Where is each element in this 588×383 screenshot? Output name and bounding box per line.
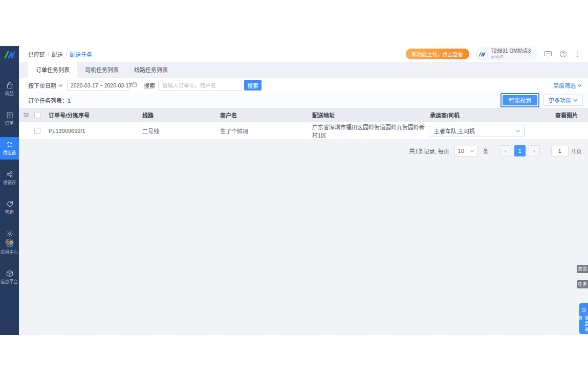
- marketing-icon: [6, 200, 14, 208]
- message-icon[interactable]: [544, 51, 552, 58]
- column-line: 线路: [142, 111, 220, 119]
- prev-page-button[interactable]: ‹: [500, 145, 511, 156]
- supply-chain-icon: [6, 141, 14, 149]
- column-address: 配送地址: [312, 111, 430, 119]
- column-merchant: 商户名: [220, 111, 312, 119]
- sidebar-item-orders[interactable]: 订单: [0, 107, 19, 130]
- column-images: 查看图片: [545, 111, 588, 119]
- column-order-no: 订单号/分拣序号: [49, 111, 142, 119]
- sidebar-item-info-platform[interactable]: 信息平台: [0, 266, 19, 288]
- tab-route-task-list[interactable]: 线路任务列表: [126, 61, 176, 78]
- pagination: 共1条记录, 每页 10 条 ‹ 1 › /1页: [19, 140, 588, 162]
- breadcrumb-delivery-task[interactable]: 配送任务: [70, 50, 92, 58]
- avatar: [476, 49, 488, 60]
- sidebar-item-label: 进销存: [3, 180, 16, 185]
- sidebar: 商品 订单 供应链: [0, 46, 19, 335]
- goods-icon: [6, 81, 14, 89]
- info-platform-icon: [6, 269, 14, 278]
- breadcrumb-delivery[interactable]: 配送: [52, 50, 63, 58]
- help-icon[interactable]: [559, 50, 567, 58]
- sidebar-item-marketing[interactable]: 营销: [0, 196, 19, 219]
- next-page-button[interactable]: ›: [529, 145, 540, 156]
- user-menu[interactable]: T29831 GM站点3 qmty3: [475, 47, 538, 61]
- breadcrumb-separator: /: [66, 51, 67, 57]
- sidebar-item-app-center[interactable]: 应用中心: [0, 236, 19, 259]
- chat-minimize-icon: [581, 305, 586, 314]
- merchant-cell: 生了个鲜珂: [220, 127, 312, 135]
- select-all-checkbox[interactable]: [34, 112, 40, 118]
- date-type-select[interactable]: 按下单日期: [28, 81, 63, 89]
- sidebar-item-label: 营销: [5, 210, 14, 215]
- sidebar-item-label: 应用中心: [1, 250, 18, 255]
- new-feature-badge[interactable]: 新功能上线，点击查看: [406, 49, 469, 59]
- address-cell: 广东省深圳市福田区园岭街道园岭九街园岭新村1区: [312, 123, 430, 139]
- sidebar-item-label: 商品: [5, 91, 14, 96]
- breadcrumb-supply-chain[interactable]: 供应链: [28, 50, 45, 58]
- search-label: 搜索: [144, 81, 155, 89]
- sidebar-item-label: 供应链: [3, 150, 16, 155]
- sidebar-item-label: 信息平台: [1, 279, 18, 284]
- order-no-cell: PL13909692/1: [49, 128, 142, 134]
- search-input[interactable]: [158, 80, 242, 91]
- tab-order-task-list[interactable]: 订单任务列表: [28, 61, 77, 78]
- smart-plan-highlight: 智能规划: [500, 93, 539, 107]
- overview-float-tab[interactable]: 总览: [577, 265, 588, 273]
- sidebar-item-goods[interactable]: 商品: [0, 78, 19, 100]
- user-account: qmty3: [491, 54, 531, 60]
- brand-logo-icon: [0, 46, 19, 63]
- app-center-icon: [6, 240, 14, 248]
- sidebar-item-inventory[interactable]: 进销存: [0, 167, 19, 189]
- tab-driver-task-list[interactable]: 司机任务列表: [77, 61, 126, 78]
- content-background: [19, 225, 588, 335]
- line-cell: 二号线: [142, 127, 220, 135]
- current-page-button[interactable]: 1: [514, 145, 526, 156]
- table-row: PL13909692/1 二号线 生了个鲜珂 广东省深圳市福田区园岭街道园岭九街…: [19, 122, 588, 140]
- service-float-tab[interactable]: 观麦服务: [579, 303, 588, 334]
- pagination-summary: 共1条记录, 每页: [409, 147, 449, 155]
- date-range-input[interactable]: 2020-03-17 ~ 2020-03-17: [67, 80, 129, 91]
- inventory-icon: [6, 170, 14, 178]
- per-page-select[interactable]: 10: [454, 146, 478, 156]
- filter-bar: 按下单日期 2020-03-17 ~ 2020-03-17 搜索 搜索 高级筛选: [19, 78, 588, 93]
- calendar-icon: [132, 82, 137, 88]
- page-jump-input[interactable]: [551, 146, 569, 156]
- tasks-float-tab[interactable]: 任务: [577, 280, 588, 288]
- list-header-strip: 订单任务列表：1 智能规划 更多功能: [19, 93, 588, 108]
- smart-plan-button[interactable]: 智能规划: [503, 95, 537, 105]
- app-window: 商品 订单 供应链: [0, 46, 588, 335]
- user-name: T29831 GM站点3: [491, 48, 531, 54]
- search-button[interactable]: 搜索: [244, 80, 262, 91]
- main-area: 供应链 / 配送 / 配送任务 新功能上线，点击查看 T29831 GM: [19, 46, 588, 335]
- more-functions-button[interactable]: 更多功能: [543, 95, 583, 106]
- sidebar-item-label: 订单: [5, 121, 14, 126]
- row-checkbox[interactable]: [34, 128, 40, 134]
- column-config-icon[interactable]: [23, 112, 34, 118]
- per-page-unit: 条: [483, 147, 489, 155]
- column-carrier: 承运商/司机: [430, 111, 545, 119]
- total-pages: /1页: [572, 147, 582, 155]
- breadcrumb-separator: /: [48, 51, 49, 57]
- carrier-driver-select[interactable]: 王者车队,王司机: [430, 125, 525, 137]
- list-title: 订单任务列表：1: [28, 96, 71, 104]
- breadcrumb: 供应链 / 配送 / 配送任务: [28, 50, 92, 58]
- table-header: 订单号/分拣序号 线路 商户名 配送地址 承运商/司机 查看图片: [19, 108, 588, 122]
- advanced-filter-toggle[interactable]: 高级筛选: [553, 81, 582, 89]
- more-menu-icon[interactable]: ⋮: [574, 50, 581, 58]
- list-count: 1: [68, 98, 71, 104]
- orders-icon: [6, 111, 14, 119]
- top-header: 供应链 / 配送 / 配送任务 新功能上线，点击查看 T29831 GM: [19, 46, 588, 62]
- task-tabs: 订单任务列表 司机任务列表 线路任务列表: [19, 62, 588, 78]
- sidebar-item-supply-chain[interactable]: 供应链: [0, 137, 19, 160]
